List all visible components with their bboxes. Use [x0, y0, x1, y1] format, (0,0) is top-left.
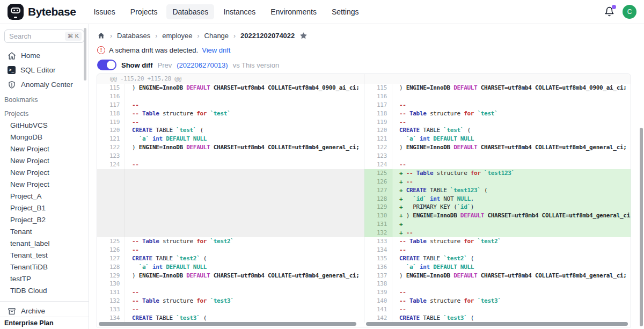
line-number: [97, 169, 125, 178]
code-line: [392, 152, 631, 160]
code-line: -- Table structure for `test`: [125, 109, 364, 118]
diff-row: 137) ENGINE=InnoDB DEFAULT CHARSET=utf8m…: [364, 272, 631, 280]
diff-row: 141--: [364, 305, 631, 314]
diff-row: 136 `a` int DEFAULT NULL: [364, 263, 631, 272]
nav-item-projects[interactable]: Projects: [125, 4, 164, 19]
notifications-bell-icon[interactable]: [604, 6, 615, 17]
code-line: CREATE TABLE `test3` (: [392, 314, 631, 323]
code-line: [125, 152, 364, 160]
breadcrumb-employee[interactable]: employee: [162, 32, 192, 40]
prev-label: Prev: [158, 61, 172, 69]
sidebar-project-tenant-test[interactable]: Tenant_test: [0, 250, 89, 261]
sidebar-project-new-project[interactable]: New Project: [0, 155, 89, 167]
line-number: 131: [364, 220, 392, 229]
view-drift-link[interactable]: View drift: [202, 46, 230, 54]
terminal-icon: >_: [8, 66, 16, 74]
code-line: CREATE TABLE `test2` (: [125, 254, 364, 263]
bytebase-logo[interactable]: Bytebase: [8, 4, 76, 20]
line-number: 130: [97, 280, 125, 288]
code-line: + CREATE TABLE `test123` (: [392, 186, 631, 195]
nav-item-issues[interactable]: Issues: [87, 4, 121, 19]
diff-row: 116: [364, 92, 631, 101]
line-number: 120: [97, 126, 125, 135]
sidebar-item-anomaly-center[interactable]: Anomaly Center: [0, 77, 89, 92]
sidebar-section-bookmarks: Bookmarks: [0, 94, 89, 106]
nav-item-instances[interactable]: Instances: [217, 4, 261, 19]
diff-right-hscrollbar[interactable]: [366, 322, 628, 326]
diff-row: [97, 229, 364, 237]
line-number: 134: [364, 246, 392, 254]
sidebar-project-tidb-cloud[interactable]: TiDB Cloud: [0, 285, 89, 297]
sidebar-project-tenanttidb[interactable]: TenantTiDB: [0, 261, 89, 273]
line-number: 129: [364, 203, 392, 211]
sidebar-project-new-project[interactable]: New Project: [0, 143, 89, 155]
code-line: [125, 229, 364, 237]
sidebar-item-sql-editor[interactable]: >_ SQL Editor: [0, 63, 89, 77]
diff-row: 127+ CREATE TABLE `test123` (: [364, 186, 631, 195]
diff-toolbar: Show diff Prev (202206270013) vs This ve…: [97, 60, 279, 70]
sidebar-project-project-b1[interactable]: Project_B1: [0, 202, 89, 214]
code-line: + --: [392, 229, 631, 237]
diff-row: 121 `a` int DEFAULT NULL: [364, 135, 631, 143]
sidebar-item-home[interactable]: Home: [0, 48, 89, 63]
line-number: 134: [97, 314, 125, 323]
notification-dot: [612, 5, 616, 9]
plan-label[interactable]: Enterprise Plan: [0, 317, 89, 329]
code-line: ) ENGINE=InnoDB DEFAULT CHARSET=utf8mb4 …: [125, 272, 364, 280]
diff-row: 124--: [97, 160, 364, 169]
diff-row: 121 `a` int DEFAULT NULL: [97, 135, 364, 143]
nav-item-settings[interactable]: Settings: [326, 4, 365, 19]
code-line: --: [125, 101, 364, 109]
toggle-knob: [107, 61, 115, 69]
diff-row: 124--: [364, 160, 631, 169]
show-diff-toggle[interactable]: [97, 60, 116, 70]
diff-row: 132-- Table structure for `test3`: [97, 297, 364, 305]
home-breadcrumb-icon[interactable]: [97, 32, 105, 40]
breadcrumb-version: 20221202074022: [240, 32, 295, 40]
sidebar-project-mongodb[interactable]: MongoDB: [0, 131, 89, 143]
avatar[interactable]: C: [623, 5, 636, 19]
sidebar-project-tenant[interactable]: Tenant: [0, 226, 89, 238]
diff-row: 139--: [364, 288, 631, 297]
nav-item-databases[interactable]: Databases: [166, 4, 214, 19]
nav-item-environments[interactable]: Environments: [265, 4, 323, 19]
line-number: 142: [364, 314, 392, 323]
breadcrumb-change[interactable]: Change: [204, 32, 229, 40]
sidebar-project-tenant-label[interactable]: tenant_label: [0, 238, 89, 250]
diff-row: 134CREATE TABLE `test3` (: [97, 314, 364, 323]
sidebar-project-new-project[interactable]: New Project: [0, 167, 89, 179]
sidebar-scrollbar[interactable]: [84, 28, 86, 81]
code-line: [125, 186, 364, 195]
code-line: ) ENGINE=InnoDB DEFAULT CHARSET=utf8mb4 …: [392, 272, 631, 280]
line-number: [97, 186, 125, 195]
sidebar-project-project-b2[interactable]: Project_B2: [0, 214, 89, 226]
breadcrumb-databases[interactable]: Databases: [117, 32, 150, 40]
code-line: --: [392, 288, 631, 297]
sidebar-item-archive[interactable]: Archive: [0, 304, 89, 318]
diff-row: 117--: [97, 101, 364, 109]
line-number: 127: [364, 186, 392, 195]
line-number: 121: [364, 135, 392, 143]
breadcrumb-separator: ›: [197, 32, 200, 40]
code-line: `a` int DEFAULT NULL: [392, 135, 631, 143]
code-line: CREATE TABLE `test3` (: [125, 314, 364, 323]
code-line: CREATE TABLE `test` (: [125, 126, 364, 135]
sidebar-project-testtp[interactable]: testTP: [0, 273, 89, 285]
search-input[interactable]: Search ⌘ K: [4, 30, 84, 43]
sidebar-project-new-project[interactable]: New Project: [0, 179, 89, 191]
show-diff-label: Show diff: [121, 61, 153, 69]
page-scrollbar[interactable]: [640, 128, 643, 326]
diff-row: 116: [97, 92, 364, 101]
diff-row: [97, 220, 364, 229]
diff-row: 123: [364, 152, 631, 160]
diff-row: 126--: [97, 246, 364, 254]
diff-left-hscrollbar[interactable]: [99, 322, 356, 326]
diff-left-pane: @@ -115,20 +115,28 @@115) ENGINE=InnoDB …: [97, 74, 364, 323]
bookmark-star-icon[interactable]: [299, 32, 308, 40]
sidebar-project-project-a[interactable]: Project_A: [0, 191, 89, 202]
sidebar-divider: [0, 301, 89, 302]
line-number: [97, 220, 125, 229]
search-shortcut-badge: ⌘ K: [65, 32, 82, 41]
sidebar-project-githubvcs[interactable]: GitHubVCS: [0, 120, 89, 131]
prev-version-link[interactable]: (202206270013): [177, 61, 228, 69]
